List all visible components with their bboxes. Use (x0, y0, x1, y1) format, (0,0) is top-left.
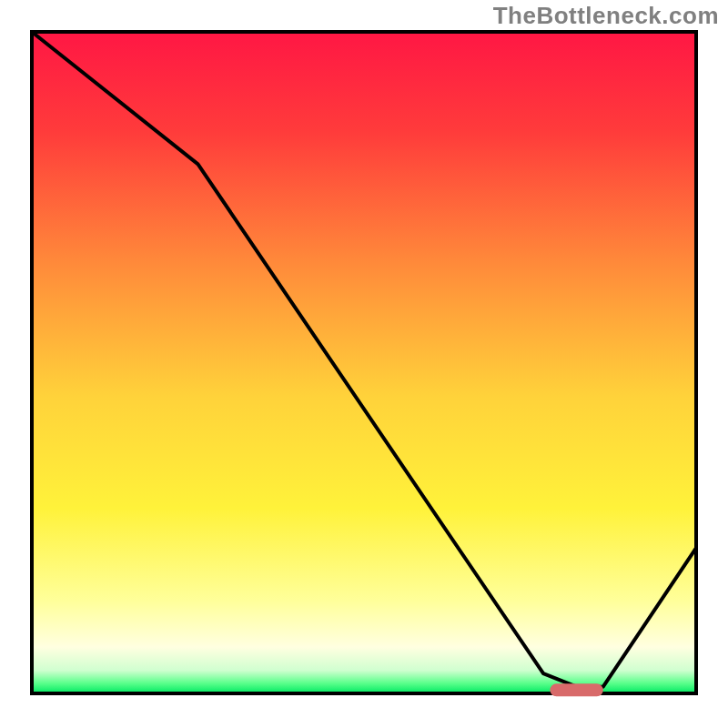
optimal-range-marker (550, 683, 602, 696)
watermark-text: TheBottleneck.com (493, 2, 719, 30)
chart-container: TheBottleneck.com (0, 0, 728, 728)
plot-background (32, 32, 696, 693)
bottleneck-chart (0, 0, 728, 728)
